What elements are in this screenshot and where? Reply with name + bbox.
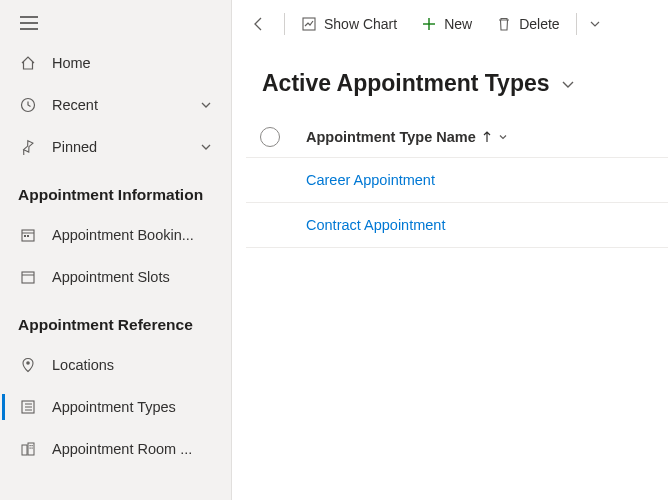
pin-icon [18,139,38,155]
svg-rect-7 [27,235,29,237]
calendar-slots-icon [18,269,38,285]
delete-button[interactable]: Delete [486,6,569,42]
new-label: New [444,16,472,32]
building-icon [18,441,38,457]
hamburger-icon [20,16,38,30]
chevron-down-icon [560,76,576,92]
page-title: Active Appointment Types [262,70,550,97]
nav-recent[interactable]: Recent [0,84,231,126]
grid-row[interactable]: Career Appointment [246,158,668,203]
nav-label: Appointment Types [52,399,213,415]
delete-split-button[interactable] [583,6,607,42]
nav-label: Appointment Bookin... [52,227,213,243]
nav-label: Locations [52,357,213,373]
nav-appt-room[interactable]: Appointment Room ... [0,428,231,470]
list-icon [18,399,38,415]
chevron-down-icon [498,132,508,142]
chevron-down-icon [199,98,213,112]
nav-label: Appointment Room ... [52,441,213,457]
select-all-checkbox[interactable] [260,127,280,147]
svg-rect-20 [32,448,33,449]
main-content: Show Chart New Delete Active Appointment… [232,0,668,500]
hamburger-button[interactable] [0,0,231,42]
record-link[interactable]: Contract Appointment [306,217,445,233]
group-header-appt-info: Appointment Information [0,168,231,214]
nav-label: Appointment Slots [52,269,213,285]
svg-rect-18 [32,445,33,446]
nav-pinned[interactable]: Pinned [0,126,231,168]
plus-icon [421,16,437,32]
arrow-left-icon [250,15,268,33]
nav-appt-types[interactable]: Appointment Types [0,386,231,428]
page-title-row: Active Appointment Types [232,48,668,117]
nav-home[interactable]: Home [0,42,231,84]
nav-appt-slots[interactable]: Appointment Slots [0,256,231,298]
sidebar: Home Recent Pinned Appointment Informati… [0,0,232,500]
back-button[interactable] [240,6,278,42]
record-link[interactable]: Career Appointment [306,172,435,188]
separator [576,13,577,35]
chart-icon [301,16,317,32]
svg-rect-17 [30,445,31,446]
location-pin-icon [18,357,38,373]
grid-header-row: Appointment Type Name [246,117,668,158]
nav-appt-booking[interactable]: Appointment Bookin... [0,214,231,256]
sort-asc-icon [482,131,492,143]
home-icon [18,55,38,71]
show-chart-button[interactable]: Show Chart [291,6,407,42]
svg-rect-19 [30,448,31,449]
nav-locations[interactable]: Locations [0,344,231,386]
new-button[interactable]: New [411,6,482,42]
view-selector-button[interactable] [560,76,576,92]
grid-row[interactable]: Contract Appointment [246,203,668,248]
column-dropdown-button[interactable] [498,132,508,142]
clock-icon [18,97,38,113]
nav-label: Home [52,55,213,71]
column-header-name[interactable]: Appointment Type Name [306,129,508,145]
column-label: Appointment Type Name [306,129,476,145]
nav-label: Recent [52,97,199,113]
nav-label: Pinned [52,139,199,155]
svg-rect-6 [24,235,26,237]
calendar-booking-icon [18,227,38,243]
trash-icon [496,16,512,32]
svg-rect-16 [28,443,34,455]
group-header-appt-ref: Appointment Reference [0,298,231,344]
svg-point-10 [26,361,30,365]
chevron-down-icon [199,140,213,154]
chevron-down-icon [589,18,601,30]
show-chart-label: Show Chart [324,16,397,32]
command-bar: Show Chart New Delete [232,0,668,48]
delete-label: Delete [519,16,559,32]
data-grid: Appointment Type Name Career Appointment… [246,117,668,248]
svg-rect-15 [22,445,27,455]
svg-rect-8 [22,272,34,283]
separator [284,13,285,35]
